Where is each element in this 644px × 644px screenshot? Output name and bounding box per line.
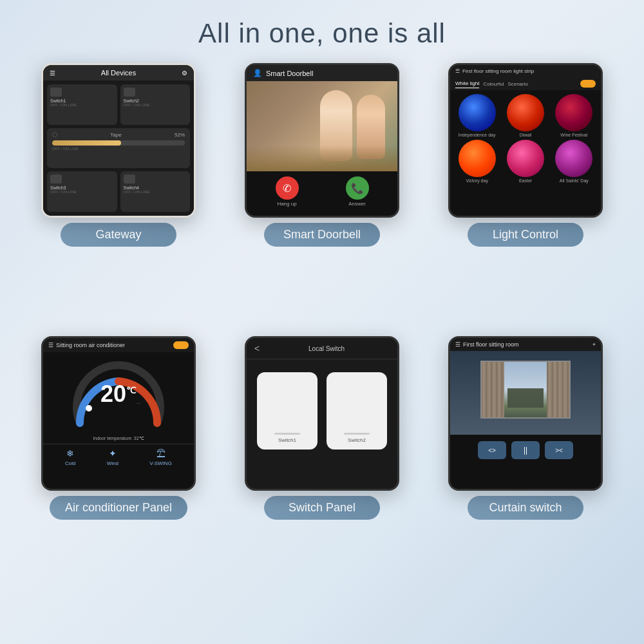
gw-switch4-name: Switch4 — [124, 185, 187, 190]
ac-controls: ❄ Cold ✦ Wind ⛱ V-SWING — [43, 444, 194, 470]
gw-switch3[interactable]: Switch3 OFF / ON LINE — [47, 171, 117, 212]
doorbell-answer-wrap: 📞 Answer — [346, 176, 369, 207]
lc-tab-scenario[interactable]: Scenario — [507, 80, 528, 88]
ct-curtain-left — [482, 362, 504, 417]
doorbell-answer-btn[interactable]: 📞 — [346, 176, 369, 200]
lc-tabs-row: White light Colourful Scenario — [450, 77, 601, 90]
lc-orb-3-circle — [555, 94, 592, 131]
gw-switch1[interactable]: Switch1 OFF / ON LINE — [47, 84, 117, 125]
lc-orb-1-circle — [459, 94, 496, 131]
gateway-screen: ☰ All Devices ⚙ Switch1 OFF / ON LINE Sw… — [41, 63, 196, 218]
gw-switch2[interactable]: Switch2 OFF / ON LINE — [120, 84, 191, 125]
switch-panel-label: Switch Panel — [264, 496, 380, 520]
doorbell-video — [247, 81, 397, 171]
gw-switch3-status: OFF / ON LINE — [50, 190, 114, 194]
gateway-menu-icon: ☰ — [50, 70, 55, 77]
lc-orb-2-label: Diwali — [502, 133, 548, 137]
gw-switch2-name: Switch2 — [124, 99, 187, 103]
page-title: All in one, one is all — [0, 0, 644, 63]
ct-cityline — [507, 388, 544, 408]
ac-vswing-label: V-SWING — [149, 460, 172, 466]
sw-button-2-bar — [344, 433, 370, 435]
gw-tape-bar — [52, 140, 185, 146]
gw-switch1-name: Switch1 — [50, 99, 114, 103]
gw-switch4[interactable]: Switch4 OFF / ON LINE — [120, 171, 191, 212]
light-control-label: Light Control — [468, 223, 583, 247]
ac-gauge-area: 20℃ ··· — [43, 352, 194, 436]
lc-header: ☰ First floor sitting room light strip — [450, 65, 601, 77]
ct-header: ☰ First floor sitting room + — [450, 338, 601, 351]
sw-header: < Local Switch — [247, 338, 397, 359]
ct-outside — [504, 362, 547, 417]
sw-button-2[interactable]: Switch2 — [327, 372, 387, 450]
gateway-title: All Devices — [101, 69, 136, 77]
ac-wind-label: Wind — [107, 460, 118, 466]
gw-switch2-icon — [124, 88, 135, 97]
lc-tab-white[interactable]: White light — [455, 79, 479, 88]
device-grid: ☰ All Devices ⚙ Switch1 OFF / ON LINE Sw… — [0, 63, 644, 591]
ac-wind-icon: ✦ — [109, 448, 117, 459]
lc-orb-4[interactable]: Victory day — [454, 140, 500, 183]
ct-menu-icon: ☰ — [455, 341, 460, 348]
lc-orb-4-circle — [459, 140, 496, 177]
doorbell-hangup-btn[interactable]: ✆ — [276, 176, 299, 200]
ac-menu-icon: ☰ — [48, 342, 53, 348]
ac-dots-indicator[interactable]: ··· — [137, 401, 141, 406]
lc-orb-2-circle — [507, 94, 544, 131]
sw-buttons-area: Switch1 Switch2 — [247, 359, 397, 456]
gw-switch1-status: OFF / ON LINE — [50, 103, 114, 107]
light-control-cell: ☰ First floor sitting room light strip W… — [433, 63, 618, 318]
doorbell-person-icon: 👤 — [253, 69, 262, 77]
ac-cold-icon: ❄ — [66, 448, 74, 459]
gateway-cell: ☰ All Devices ⚙ Switch1 OFF / ON LINE Sw… — [26, 63, 211, 318]
gw-tape-name: Tape — [110, 132, 121, 138]
ac-title: Sitting room air conditioner — [56, 342, 125, 348]
ct-open-btn[interactable]: <> — [478, 441, 506, 459]
ac-cold-label: Cold — [65, 460, 75, 466]
ct-close-btn[interactable]: >< — [545, 441, 573, 459]
ac-cold-ctrl[interactable]: ❄ Cold — [65, 448, 75, 466]
lc-tab-colourful[interactable]: Colourful — [483, 80, 504, 88]
lc-orb-5-circle — [507, 140, 544, 177]
doorbell-cell: 👤 Smart Doorbell ✆ Hang up 📞 Answer — [229, 63, 415, 318]
doorbell-answer-label: Answer — [348, 201, 366, 207]
doorbell-bg-ground — [247, 146, 397, 171]
sw-back-btn[interactable]: < — [254, 343, 260, 354]
gateway-gear-icon[interactable]: ⚙ — [182, 70, 187, 77]
ac-wind-ctrl[interactable]: ✦ Wind — [107, 448, 118, 466]
lc-orb-3[interactable]: Wine Festival — [551, 94, 597, 137]
doorbell-screen: 👤 Smart Doorbell ✆ Hang up 📞 Answer — [245, 63, 399, 218]
ct-image-area — [450, 351, 601, 435]
lc-orb-6-label: All Saints' Day — [551, 178, 597, 183]
curtain-cell: ☰ First floor sitting room + <> || — [433, 336, 618, 591]
ac-vswing-ctrl[interactable]: ⛱ V-SWING — [149, 448, 172, 466]
lc-orb-2[interactable]: Diwali — [502, 94, 548, 137]
ac-header: ☰ Sitting room air conditioner — [43, 338, 194, 352]
lc-orb-5[interactable]: Easter — [502, 140, 548, 183]
lc-orb-grid: Independence day Diwali Wine Festival Vi… — [450, 90, 601, 187]
lc-orb-6[interactable]: All Saints' Day — [551, 140, 597, 183]
gateway-header: ☰ All Devices ⚙ — [43, 65, 194, 80]
gw-tape-percent: 52% — [175, 132, 185, 138]
lc-orb-1[interactable]: Independence day — [454, 94, 500, 137]
ac-toggle[interactable] — [173, 341, 189, 349]
gw-tape-status: OFF / ON LINE — [52, 147, 185, 151]
ct-add-btn[interactable]: + — [592, 341, 596, 348]
gw-tape[interactable]: 〇 Tape 52% OFF / ON LINE — [47, 128, 190, 169]
lc-orb-3-label: Wine Festival — [551, 133, 597, 137]
ac-cell: ☰ Sitting room air conditioner 20 — [26, 336, 211, 591]
switch-screen: < Local Switch Switch1 Switch2 — [245, 336, 399, 491]
ct-pause-btn[interactable]: || — [511, 441, 540, 459]
gw-switch2-status: OFF / ON LINE — [124, 103, 187, 107]
sw-button-1[interactable]: Switch1 — [257, 372, 317, 450]
curtain-label: Curtain switch — [468, 496, 583, 520]
ac-vswing-icon: ⛱ — [156, 448, 166, 459]
ct-window — [480, 361, 571, 419]
light-screen: ☰ First floor sitting room light strip W… — [448, 63, 603, 218]
lc-toggle[interactable] — [580, 80, 596, 88]
lc-orb-1-label: Independence day — [454, 133, 500, 137]
doorbell-label: Smart Doorbell — [264, 223, 380, 247]
curtain-screen: ☰ First floor sitting room + <> || — [448, 336, 603, 491]
sw-button-2-label: Switch2 — [348, 437, 366, 443]
gw-switch3-name: Switch3 — [50, 185, 114, 190]
